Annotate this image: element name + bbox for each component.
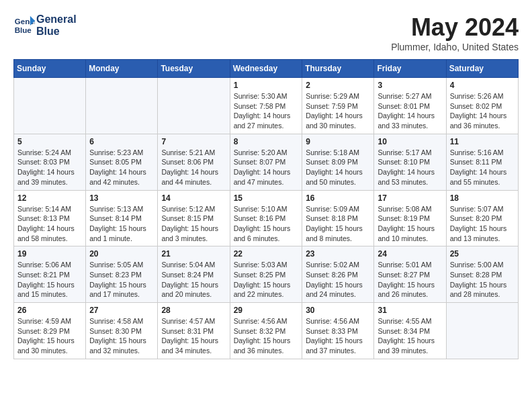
day-info: Sunrise: 4:57 AM Sunset: 8:31 PM Dayligh… xyxy=(161,316,226,356)
calendar-cell: 27Sunrise: 4:58 AM Sunset: 8:30 PM Dayli… xyxy=(86,303,158,359)
calendar-cell: 20Sunrise: 5:05 AM Sunset: 8:23 PM Dayli… xyxy=(86,246,158,303)
weekday-header-monday: Monday xyxy=(86,60,158,78)
calendar-cell xyxy=(14,78,86,134)
day-info: Sunrise: 5:00 AM Sunset: 8:28 PM Dayligh… xyxy=(450,260,515,300)
day-number: 2 xyxy=(306,81,370,90)
calendar-cell: 3Sunrise: 5:27 AM Sunset: 8:01 PM Daylig… xyxy=(374,78,446,134)
day-info: Sunrise: 5:23 AM Sunset: 8:05 PM Dayligh… xyxy=(89,148,154,187)
logo-icon: General Blue xyxy=(13,15,35,36)
day-number: 5 xyxy=(17,137,82,146)
day-info: Sunrise: 5:01 AM Sunset: 8:27 PM Dayligh… xyxy=(378,260,442,300)
day-info: Sunrise: 5:06 AM Sunset: 8:21 PM Dayligh… xyxy=(17,260,82,300)
day-info: Sunrise: 5:10 AM Sunset: 8:16 PM Dayligh… xyxy=(234,204,299,244)
day-number: 17 xyxy=(378,193,442,203)
day-info: Sunrise: 5:24 AM Sunset: 8:03 PM Dayligh… xyxy=(17,148,82,187)
calendar-week-1: 1Sunrise: 5:30 AM Sunset: 7:58 PM Daylig… xyxy=(14,78,519,134)
day-number: 1 xyxy=(234,81,299,90)
day-info: Sunrise: 5:17 AM Sunset: 8:10 PM Dayligh… xyxy=(378,148,442,187)
day-number: 20 xyxy=(89,249,154,259)
day-number: 30 xyxy=(306,306,370,315)
weekday-header-row: SundayMondayTuesdayWednesdayThursdayFrid… xyxy=(14,60,519,78)
day-number: 25 xyxy=(450,249,515,259)
day-number: 7 xyxy=(161,137,226,146)
day-number: 28 xyxy=(161,306,226,315)
day-info: Sunrise: 5:30 AM Sunset: 7:58 PM Dayligh… xyxy=(234,91,299,131)
calendar-cell: 14Sunrise: 5:12 AM Sunset: 8:15 PM Dayli… xyxy=(158,190,230,246)
calendar-cell: 23Sunrise: 5:02 AM Sunset: 8:26 PM Dayli… xyxy=(302,246,374,303)
weekday-header-saturday: Saturday xyxy=(446,60,518,78)
location: Plummer, Idaho, United States xyxy=(391,42,519,52)
day-number: 9 xyxy=(306,137,370,146)
calendar-cell: 24Sunrise: 5:01 AM Sunset: 8:27 PM Dayli… xyxy=(374,246,446,303)
weekday-header-friday: Friday xyxy=(374,60,446,78)
calendar-table: SundayMondayTuesdayWednesdayThursdayFrid… xyxy=(13,59,519,359)
day-info: Sunrise: 4:58 AM Sunset: 8:30 PM Dayligh… xyxy=(89,316,154,356)
logo-line2: Blue xyxy=(36,26,77,38)
calendar-cell: 11Sunrise: 5:16 AM Sunset: 8:11 PM Dayli… xyxy=(446,134,518,190)
day-number: 23 xyxy=(306,249,370,259)
calendar-week-3: 12Sunrise: 5:14 AM Sunset: 8:13 PM Dayli… xyxy=(14,190,519,246)
day-info: Sunrise: 5:12 AM Sunset: 8:15 PM Dayligh… xyxy=(161,204,226,244)
day-number: 29 xyxy=(234,306,299,315)
weekday-header-thursday: Thursday xyxy=(302,60,374,78)
calendar-cell: 4Sunrise: 5:26 AM Sunset: 8:02 PM Daylig… xyxy=(446,78,518,134)
logo: General Blue General Blue xyxy=(13,13,77,37)
day-info: Sunrise: 5:21 AM Sunset: 8:06 PM Dayligh… xyxy=(161,148,226,187)
calendar-cell: 8Sunrise: 5:20 AM Sunset: 8:07 PM Daylig… xyxy=(230,134,302,190)
day-number: 31 xyxy=(378,306,442,315)
calendar-cell: 26Sunrise: 4:59 AM Sunset: 8:29 PM Dayli… xyxy=(14,303,86,359)
logo-line1: General xyxy=(36,13,77,26)
day-info: Sunrise: 4:59 AM Sunset: 8:29 PM Dayligh… xyxy=(17,316,82,356)
calendar-week-2: 5Sunrise: 5:24 AM Sunset: 8:03 PM Daylig… xyxy=(14,134,519,190)
weekday-header-wednesday: Wednesday xyxy=(230,60,302,78)
day-number: 19 xyxy=(17,249,82,259)
day-number: 15 xyxy=(234,193,299,203)
day-info: Sunrise: 4:56 AM Sunset: 8:33 PM Dayligh… xyxy=(306,316,370,356)
page-header: General Blue General Blue May 2024 Plumm… xyxy=(13,13,519,52)
day-info: Sunrise: 5:02 AM Sunset: 8:26 PM Dayligh… xyxy=(306,260,370,300)
day-info: Sunrise: 5:03 AM Sunset: 8:25 PM Dayligh… xyxy=(234,260,299,300)
day-info: Sunrise: 5:20 AM Sunset: 8:07 PM Dayligh… xyxy=(234,148,299,187)
calendar-cell: 18Sunrise: 5:07 AM Sunset: 8:20 PM Dayli… xyxy=(446,190,518,246)
calendar-cell: 2Sunrise: 5:29 AM Sunset: 7:59 PM Daylig… xyxy=(302,78,374,134)
day-number: 13 xyxy=(89,193,154,203)
day-info: Sunrise: 5:18 AM Sunset: 8:09 PM Dayligh… xyxy=(306,148,370,187)
calendar-cell: 6Sunrise: 5:23 AM Sunset: 8:05 PM Daylig… xyxy=(86,134,158,190)
day-number: 4 xyxy=(450,81,515,90)
calendar-cell: 31Sunrise: 4:55 AM Sunset: 8:34 PM Dayli… xyxy=(374,303,446,359)
calendar-cell: 10Sunrise: 5:17 AM Sunset: 8:10 PM Dayli… xyxy=(374,134,446,190)
day-info: Sunrise: 5:13 AM Sunset: 8:14 PM Dayligh… xyxy=(89,204,154,244)
day-number: 11 xyxy=(450,137,515,146)
day-info: Sunrise: 5:14 AM Sunset: 8:13 PM Dayligh… xyxy=(17,204,82,244)
day-number: 14 xyxy=(161,193,226,203)
day-number: 18 xyxy=(450,193,515,203)
day-info: Sunrise: 5:27 AM Sunset: 8:01 PM Dayligh… xyxy=(378,91,442,131)
day-info: Sunrise: 5:16 AM Sunset: 8:11 PM Dayligh… xyxy=(450,148,515,187)
calendar-cell: 17Sunrise: 5:08 AM Sunset: 8:19 PM Dayli… xyxy=(374,190,446,246)
calendar-cell: 13Sunrise: 5:13 AM Sunset: 8:14 PM Dayli… xyxy=(86,190,158,246)
day-info: Sunrise: 5:29 AM Sunset: 7:59 PM Dayligh… xyxy=(306,91,370,131)
calendar-cell: 25Sunrise: 5:00 AM Sunset: 8:28 PM Dayli… xyxy=(446,246,518,303)
calendar-week-5: 26Sunrise: 4:59 AM Sunset: 8:29 PM Dayli… xyxy=(14,303,519,359)
day-number: 6 xyxy=(89,137,154,146)
calendar-cell: 7Sunrise: 5:21 AM Sunset: 8:06 PM Daylig… xyxy=(158,134,230,190)
calendar-cell: 19Sunrise: 5:06 AM Sunset: 8:21 PM Dayli… xyxy=(14,246,86,303)
calendar-cell: 16Sunrise: 5:09 AM Sunset: 8:18 PM Dayli… xyxy=(302,190,374,246)
day-number: 26 xyxy=(17,306,82,315)
month-title: May 2024 xyxy=(391,13,519,42)
day-number: 27 xyxy=(89,306,154,315)
weekday-header-tuesday: Tuesday xyxy=(158,60,230,78)
calendar-cell: 28Sunrise: 4:57 AM Sunset: 8:31 PM Dayli… xyxy=(158,303,230,359)
day-info: Sunrise: 4:55 AM Sunset: 8:34 PM Dayligh… xyxy=(378,316,442,356)
calendar-cell xyxy=(158,78,230,134)
calendar-cell xyxy=(86,78,158,134)
calendar-cell: 22Sunrise: 5:03 AM Sunset: 8:25 PM Dayli… xyxy=(230,246,302,303)
calendar-cell: 21Sunrise: 5:04 AM Sunset: 8:24 PM Dayli… xyxy=(158,246,230,303)
weekday-header-sunday: Sunday xyxy=(14,60,86,78)
calendar-cell xyxy=(446,303,518,359)
day-number: 21 xyxy=(161,249,226,259)
day-info: Sunrise: 5:05 AM Sunset: 8:23 PM Dayligh… xyxy=(89,260,154,300)
day-info: Sunrise: 5:09 AM Sunset: 8:18 PM Dayligh… xyxy=(306,204,370,244)
day-info: Sunrise: 5:08 AM Sunset: 8:19 PM Dayligh… xyxy=(378,204,442,244)
calendar-cell: 12Sunrise: 5:14 AM Sunset: 8:13 PM Dayli… xyxy=(14,190,86,246)
